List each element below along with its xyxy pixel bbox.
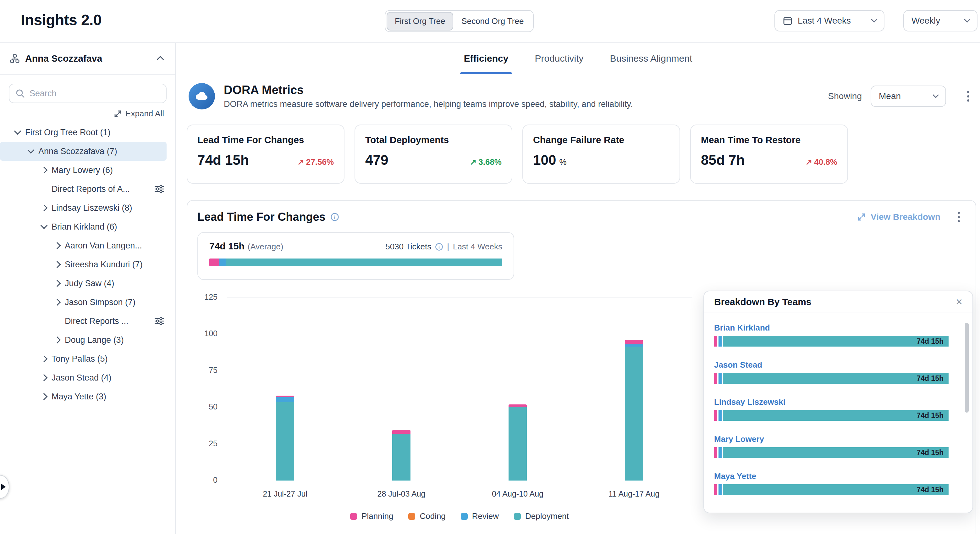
breakdown-panel-header: Breakdown By Teams × (704, 291, 972, 313)
metric-card-mean-time-to-restore: Mean Time To Restore85d 7h↗40.8% (690, 124, 848, 184)
metric-title: Mean Time To Restore (701, 135, 837, 145)
tree-item-direct-reports[interactable]: Direct Reports ... (0, 312, 167, 330)
sidebar-collapse-button[interactable] (155, 50, 165, 67)
expand-all-icon (114, 110, 122, 118)
tab-business-alignment[interactable]: Business Alignment (608, 43, 694, 74)
legend-item-planning[interactable]: Planning (350, 512, 393, 521)
chart-bar-11-aug-17-aug[interactable] (625, 340, 643, 481)
dora-metric-cards: Lead Time For Changes74d 15h↗27.56%Total… (187, 124, 848, 184)
team-name-link[interactable]: Maya Yette (714, 472, 756, 481)
dora-kebab-menu[interactable] (961, 88, 975, 104)
chevron-down-icon[interactable] (27, 147, 35, 154)
tree-item-brian-kirkland-6[interactable]: Brian Kirkland (6) (0, 217, 167, 236)
chevron-down-icon[interactable] (14, 128, 21, 135)
tree-item-judy-saw-4[interactable]: Judy Saw (4) (0, 274, 167, 293)
tree-item-anna-scozzafava-7[interactable]: Anna Scozzafava (7) (0, 142, 167, 161)
tab-productivity[interactable]: Productivity (533, 43, 585, 74)
aggregation-select[interactable]: Mean (870, 86, 946, 107)
legend-swatch (408, 513, 415, 520)
chevron-right-icon[interactable] (54, 336, 61, 344)
team-lead-time-bar[interactable]: 74d 15h (714, 373, 948, 384)
tab-efficiency[interactable]: Efficiency (463, 43, 510, 74)
filter-sliders-icon[interactable] (154, 317, 164, 325)
team-name-link[interactable]: Jason Stead (714, 360, 762, 370)
chart-bar-28-jul-03-aug[interactable] (392, 430, 410, 481)
tree-item-first-org-tree-root-1[interactable]: First Org Tree Root (1) (0, 123, 167, 142)
tree-item-maya-yette-3[interactable]: Maya Yette (3) (0, 387, 167, 406)
team-name-link[interactable]: Brian Kirkland (714, 323, 770, 333)
tree-item-doug-lange-3[interactable]: Doug Lange (3) (0, 330, 167, 349)
date-range-select[interactable]: Last 4 Weeks (775, 10, 885, 32)
granularity-select[interactable]: Weekly (903, 10, 977, 32)
filter-sliders-icon[interactable] (154, 185, 164, 193)
org-tree-tab-first-org-tree[interactable]: First Org Tree (387, 12, 453, 30)
chevron-right-icon[interactable] (41, 355, 48, 363)
team-name-link[interactable]: Mary Lowery (714, 434, 764, 444)
bar-segment-deployment: 74d 15h (723, 484, 948, 495)
tree-item-tony-pallas-5[interactable]: Tony Pallas (5) (0, 349, 167, 368)
summary-suffix: (Average) (248, 242, 283, 252)
bar-segment-deployment (392, 434, 410, 481)
bar-segment-planning (509, 405, 527, 406)
bar-segment-deployment: 74d 15h (723, 336, 948, 347)
org-tree-toggle: First Org TreeSecond Org Tree (385, 10, 534, 32)
chevron-right-icon[interactable] (54, 299, 61, 306)
close-icon[interactable]: × (956, 296, 963, 308)
expand-all-button[interactable]: Expand All (11, 109, 164, 119)
team-lead-time-value: 74d 15h (916, 374, 943, 383)
tree-item-label: Anna Scozzafava (7) (38, 147, 167, 156)
legend-item-review[interactable]: Review (461, 512, 499, 521)
summary-bar-segment-review (220, 258, 226, 266)
phase-distribution-bar (209, 258, 502, 266)
tree-item-label: Maya Yette (3) (51, 392, 167, 402)
team-name-link[interactable]: Lindsay Liszewski (714, 397, 786, 407)
org-tree-tab-second-org-tree[interactable]: Second Org Tree (453, 12, 532, 30)
y-axis-label: 0 (187, 475, 218, 485)
team-lead-time-bar[interactable]: 74d 15h (714, 484, 948, 495)
dora-description: DORA metrics measure software delivery p… (224, 99, 633, 109)
tree-item-direct-reports-of-a[interactable]: Direct Reports of A... (0, 180, 167, 198)
bar-segment-deployment: 74d 15h (723, 447, 948, 458)
view-breakdown-button[interactable]: View Breakdown (858, 212, 940, 222)
team-breakdown-row-brian-kirkland: Brian Kirkland74d 15h (714, 321, 948, 347)
chevron-right-icon[interactable] (54, 280, 61, 287)
search-input[interactable] (30, 89, 160, 99)
chevron-right-icon[interactable] (41, 204, 48, 212)
metric-value: 85d 7h (701, 152, 745, 168)
tree-item-aaron-van-langen[interactable]: Aaron Van Langen... (0, 236, 167, 255)
tree-item-lindsay-liszewski-8[interactable]: Lindsay Liszewski (8) (0, 198, 167, 217)
chart-bar-21-jul-27-jul[interactable] (276, 395, 294, 481)
chevron-down-icon[interactable] (41, 222, 48, 229)
team-lead-time-bar[interactable]: 74d 15h (714, 447, 948, 458)
trend-up-arrow-icon: ↗ (805, 157, 812, 167)
org-tree: First Org Tree Root (1)Anna Scozzafava (… (0, 123, 175, 406)
tree-item-sireesha-kunduri-7[interactable]: Sireesha Kunduri (7) (0, 255, 167, 274)
x-axis-label: 28 Jul-03 Aug (357, 489, 445, 499)
scrollbar-thumb[interactable] (965, 323, 969, 413)
dora-titles: DORA Metrics DORA metrics measure softwa… (224, 83, 633, 109)
lead-time-kebab-menu[interactable] (952, 209, 966, 225)
summary-divider: | (447, 242, 449, 252)
chevron-right-icon[interactable] (41, 167, 48, 174)
team-lead-time-bar[interactable]: 74d 15h (714, 336, 948, 347)
tree-item-mary-lowery-6[interactable]: Mary Lowery (6) (0, 161, 167, 180)
tree-item-jason-simpson-7[interactable]: Jason Simpson (7) (0, 293, 167, 312)
view-breakdown-label: View Breakdown (870, 212, 940, 222)
team-lead-time-bar[interactable]: 74d 15h (714, 410, 948, 421)
chevron-right-icon[interactable] (41, 374, 48, 381)
granularity-value: Weekly (912, 16, 940, 26)
metric-title: Lead Time For Changes (197, 135, 334, 145)
tree-item-jason-stead-4[interactable]: Jason Stead (4) (0, 368, 167, 387)
chart-bar-04-aug-10-aug[interactable] (509, 405, 527, 481)
lead-time-summary-card: 74d 15h (Average) 5030 Tickets | Last 4 … (197, 232, 514, 280)
legend-item-deployment[interactable]: Deployment (514, 512, 569, 521)
chevron-right-icon[interactable] (54, 261, 61, 268)
x-axis-label: 04 Aug-10 Aug (474, 489, 562, 499)
bar-segment-deployment (276, 402, 294, 481)
legend-item-coding[interactable]: Coding (408, 512, 445, 521)
info-icon[interactable] (330, 213, 339, 222)
chevron-right-icon[interactable] (41, 393, 48, 400)
summary-value: 74d 15h (209, 241, 245, 252)
info-icon[interactable] (435, 243, 443, 251)
chevron-right-icon[interactable] (54, 242, 61, 249)
